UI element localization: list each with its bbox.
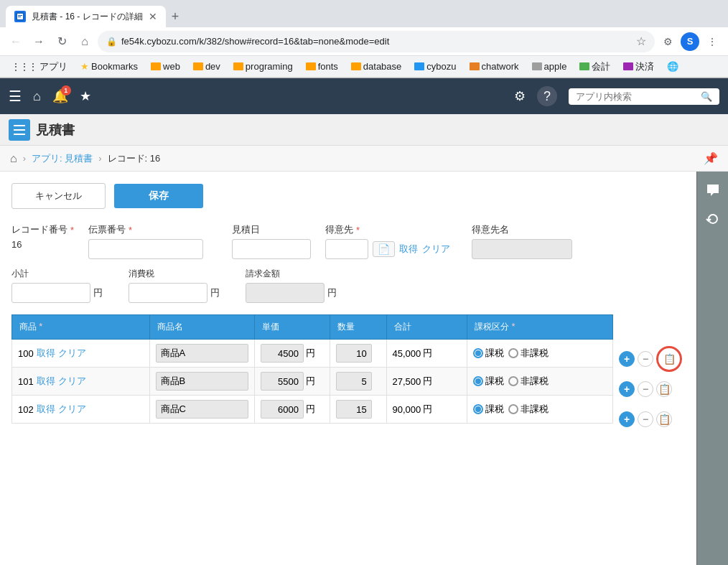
hamburger-menu-icon[interactable]: ☰: [9, 88, 22, 105]
svg-rect-3: [18, 17, 21, 17]
bookmark-kaikei[interactable]: 会計: [574, 58, 616, 75]
clear-product-1-link[interactable]: クリア: [58, 347, 86, 360]
quantity-input-2[interactable]: [336, 372, 372, 391]
estimate-date-input[interactable]: 2019-10-01: [232, 239, 311, 259]
menu-button[interactable]: ⋮: [702, 32, 722, 52]
app-menu-button[interactable]: [9, 119, 30, 141]
favorites-icon[interactable]: ★: [80, 88, 91, 104]
reload-button[interactable]: ↻: [52, 32, 72, 52]
invoice-number-input[interactable]: 1000: [88, 239, 203, 259]
svg-rect-5: [14, 129, 25, 131]
forward-button[interactable]: →: [29, 32, 49, 52]
bookmark-star-icon[interactable]: ☆: [636, 34, 646, 48]
svg-rect-4: [14, 125, 25, 126]
bookmark-apple[interactable]: apple: [526, 59, 573, 74]
save-button[interactable]: 保存: [114, 184, 203, 208]
radio-taxable-2[interactable]: [473, 376, 483, 386]
table-row: 101 取得 クリア: [12, 368, 613, 396]
remove-row-2-button[interactable]: −: [638, 381, 653, 397]
search-input[interactable]: [576, 91, 696, 102]
unit-price-input-2[interactable]: [261, 372, 304, 391]
bookmark-chatwork[interactable]: chatwork: [464, 59, 525, 74]
active-tab[interactable]: 見積書 - 16 - レコードの詳細 ✕: [6, 6, 166, 27]
new-tab-button[interactable]: +: [169, 6, 182, 27]
clear-customer-link[interactable]: クリア: [422, 243, 450, 256]
add-row-1-button[interactable]: +: [619, 351, 635, 367]
copy-row-1-button[interactable]: 📋: [663, 353, 676, 365]
radio-nontaxable-1[interactable]: [508, 348, 518, 358]
action-bar: キャンセル 保存: [11, 183, 682, 209]
unit-price-input-1[interactable]: [261, 344, 304, 363]
bookmark-database[interactable]: database: [345, 59, 408, 74]
bookmark-bookmarks[interactable]: ★ Bookmarks: [75, 59, 144, 74]
col-header-qty: 数量: [330, 315, 386, 340]
yen-2: 円: [306, 375, 315, 388]
get-product-2-link[interactable]: 取得: [37, 375, 55, 388]
get-customer-link[interactable]: 取得: [399, 243, 418, 256]
copy-row-2-button[interactable]: 📋: [656, 381, 672, 397]
refresh-sidebar-button[interactable]: [700, 206, 726, 232]
remove-row-1-button[interactable]: −: [638, 351, 653, 367]
non-taxable-option-1[interactable]: 非課税: [508, 347, 549, 360]
copy-row-3-button[interactable]: 📋: [656, 411, 672, 427]
get-product-3-link[interactable]: 取得: [37, 403, 55, 416]
tab-close-button[interactable]: ✕: [149, 11, 157, 22]
breadcrumb-home-icon[interactable]: ⌂: [10, 152, 17, 165]
bookmark-programing[interactable]: programing: [228, 59, 299, 74]
add-row-2-button[interactable]: +: [619, 381, 635, 397]
bookmark-globe[interactable]: 🌐: [661, 59, 684, 74]
help-icon[interactable]: ?: [537, 86, 557, 106]
add-row-3-button[interactable]: +: [619, 411, 635, 427]
taxable-option-2[interactable]: 課税: [473, 375, 504, 388]
breadcrumb-record: レコード: 16: [108, 152, 161, 165]
quantity-input-3[interactable]: [336, 400, 372, 419]
tax-input[interactable]: 16250: [129, 283, 207, 303]
extensions-button[interactable]: ⚙: [658, 32, 678, 52]
breadcrumb-separator-2: ›: [98, 153, 101, 164]
bookmark-dev[interactable]: dev: [187, 59, 226, 74]
home-button[interactable]: ⌂: [75, 32, 95, 52]
radio-taxable-3[interactable]: [473, 404, 483, 414]
cancel-button[interactable]: キャンセル: [11, 183, 106, 209]
bookmark-fonts[interactable]: fonts: [300, 59, 344, 74]
profile-avatar[interactable]: S: [681, 32, 699, 51]
radio-taxable-1[interactable]: [473, 348, 483, 358]
row-actions-column: + − 📋 + − 📋 +: [619, 314, 682, 434]
clear-product-2-link[interactable]: クリア: [58, 375, 86, 388]
radio-nontaxable-2[interactable]: [508, 376, 518, 386]
remove-row-3-button[interactable]: −: [638, 411, 653, 427]
radio-nontaxable-3[interactable]: [508, 404, 518, 414]
home-icon[interactable]: ⌂: [33, 89, 41, 104]
bookmark-web[interactable]: web: [145, 59, 186, 74]
billing-amount-field: 請求金額 178,750 円: [246, 268, 337, 303]
bookmark-kessai[interactable]: 決済: [617, 58, 660, 75]
unit-price-input-3[interactable]: [261, 400, 304, 419]
taxable-option-3[interactable]: 課税: [473, 403, 504, 416]
get-product-1-link[interactable]: 取得: [37, 347, 55, 360]
address-bar[interactable]: 🔒 fe54k.cybozu.com/k/382/show#record=16&…: [98, 31, 655, 52]
customer-id-input[interactable]: 100: [325, 239, 368, 259]
search-button[interactable]: 🔍: [701, 91, 712, 102]
form-row-1: レコード番号 * 16 伝票番号 * 1000 見積日: [11, 223, 682, 259]
notification-icon[interactable]: 🔔 1: [52, 88, 68, 104]
bookmark-cybozu[interactable]: cybozu: [409, 59, 462, 74]
breadcrumb-app[interactable]: アプリ: 見積書: [32, 152, 93, 165]
tax-type-cell-1: 課税 非課税: [467, 340, 613, 368]
col-header-total: 合計: [386, 315, 467, 340]
non-taxable-option-3[interactable]: 非課税: [508, 403, 549, 416]
taxable-option-1[interactable]: 課税: [473, 347, 504, 360]
tab-title: 見積書 - 16 - レコードの詳細: [32, 11, 143, 23]
settings-icon[interactable]: ⚙: [514, 88, 526, 104]
quantity-cell-1: [330, 340, 386, 368]
pin-icon[interactable]: 📌: [704, 151, 718, 165]
customer-name-value: 株式会社ABC: [472, 239, 572, 259]
subtotal-input[interactable]: 162500: [11, 283, 90, 303]
bookmark-apps[interactable]: ⋮⋮⋮ アプリ: [6, 58, 73, 75]
row-3-actions: + − 📋: [619, 403, 682, 434]
non-taxable-option-2[interactable]: 非課税: [508, 375, 549, 388]
clear-product-3-link[interactable]: クリア: [58, 403, 86, 416]
lookup-icon-button[interactable]: 📄: [373, 241, 395, 257]
comment-sidebar-button[interactable]: [700, 177, 726, 203]
quantity-input-1[interactable]: [336, 344, 372, 363]
back-button[interactable]: ←: [6, 32, 26, 52]
